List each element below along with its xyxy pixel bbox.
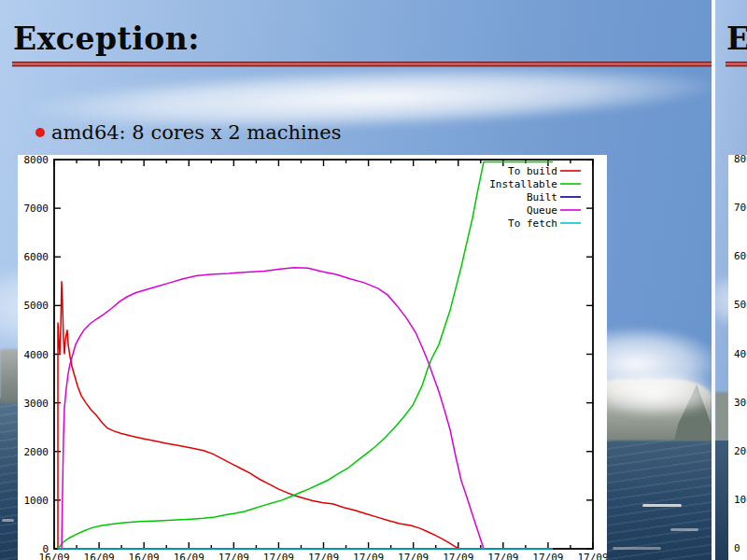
series-installable	[58, 162, 553, 549]
next-chart-y-label: 7000	[734, 203, 747, 214]
y-axis-tick-label: 6000	[24, 251, 49, 263]
y-axis-tick-label: 1000	[24, 495, 49, 507]
slide-carousel[interactable]: Exception: amd64: 8 cores x 2 machines 0…	[0, 0, 747, 560]
title-underline	[726, 62, 747, 67]
x-axis-tick-label: 17/09	[487, 552, 518, 560]
x-axis-tick-label: 17/09	[577, 552, 607, 560]
sea-photo	[715, 441, 728, 560]
bullet-icon	[35, 128, 45, 137]
x-axis-tick-label: 17/09	[218, 552, 249, 560]
next-chart-y-label: 3000	[734, 398, 747, 409]
series-queue	[62, 268, 484, 549]
wave-highlight	[670, 528, 698, 531]
legend-label: Queue	[527, 204, 557, 217]
legend-label: To build	[508, 165, 557, 177]
hill-photo	[715, 392, 728, 448]
legend-label: To fetch	[508, 217, 557, 230]
x-axis-tick-label: 17/09	[263, 552, 294, 560]
y-axis-tick-label: 4000	[24, 349, 49, 361]
x-axis-tick-label: 16/09	[38, 552, 69, 560]
list-item: amd64: 8 cores x 2 machines	[35, 121, 341, 144]
next-chart-y-label: 5000	[734, 300, 747, 311]
next-chart-y-label: 8000	[734, 154, 747, 165]
x-axis-tick-label: 16/09	[84, 552, 115, 560]
next-chart-y-label: 4000	[734, 349, 747, 360]
series-to-build	[58, 281, 459, 549]
y-axis-tick-label: 3000	[24, 398, 49, 410]
x-axis-tick-label: 16/09	[129, 552, 160, 560]
y-axis-tick-label: 5000	[24, 300, 49, 312]
y-axis-tick-label: 2000	[24, 446, 49, 458]
next-page-title: E	[726, 22, 747, 56]
wave-highlight	[2, 519, 14, 522]
build-status-chart: 01000200030004000500060007000800016/0916…	[18, 155, 607, 560]
next-chart-y-label: 6000	[734, 251, 747, 262]
slide-current: Exception: amd64: 8 cores x 2 machines 0…	[0, 0, 712, 560]
x-axis-tick-label: 17/09	[353, 552, 384, 560]
next-build-status-chart: 800070006000500040003000200010000	[728, 155, 747, 560]
bullet-label: amd64: 8 cores x 2 machines	[51, 121, 341, 144]
title-underline	[12, 62, 712, 67]
next-chart-y-label: 0	[734, 543, 747, 554]
next-chart-y-label: 2000	[734, 446, 747, 457]
slide-next-preview[interactable]: E 800070006000500040003000200010000	[715, 0, 747, 560]
wave-highlight	[613, 547, 661, 550]
x-axis-tick-label: 17/09	[308, 552, 339, 560]
y-axis-tick-label: 7000	[24, 203, 49, 215]
next-chart-y-label: 1000	[734, 495, 747, 506]
x-axis-tick-label: 17/09	[443, 552, 473, 560]
x-axis-tick-label: 16/09	[174, 552, 204, 560]
wave-highlight	[642, 504, 682, 507]
legend-label: Installable	[489, 178, 557, 190]
y-axis-tick-label: 8000	[24, 155, 49, 166]
x-axis-tick-label: 17/09	[398, 552, 429, 560]
x-axis-tick-label: 17/09	[532, 552, 563, 560]
legend-label: Built	[527, 191, 557, 203]
chart-svg: 01000200030004000500060007000800016/0916…	[18, 155, 607, 560]
page-title: Exception:	[13, 22, 200, 56]
